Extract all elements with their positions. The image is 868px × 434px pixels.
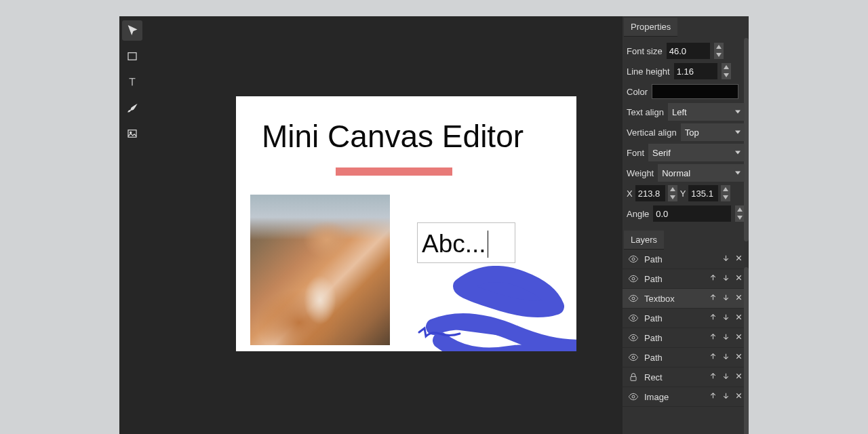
font-label: Font xyxy=(627,148,644,158)
svg-point-5 xyxy=(632,297,635,300)
font-size-label: Font size xyxy=(627,46,663,56)
layer-row[interactable]: Path xyxy=(623,348,749,368)
layer-row[interactable]: Path xyxy=(623,269,749,289)
angle-label: Angle xyxy=(627,209,649,219)
delete-icon[interactable] xyxy=(734,352,743,363)
move-down-icon[interactable] xyxy=(722,391,730,402)
font-size-input[interactable] xyxy=(667,43,710,59)
layers-scrollbar[interactable] xyxy=(744,267,749,434)
line-height-input[interactable] xyxy=(674,63,717,79)
line-height-label: Line height xyxy=(627,66,670,77)
properties-scrollbar[interactable] xyxy=(744,38,749,241)
layer-name: Image xyxy=(644,392,703,402)
text-tool[interactable] xyxy=(122,72,142,92)
brush-tool[interactable] xyxy=(122,98,142,118)
delete-icon[interactable] xyxy=(734,313,743,323)
move-down-icon[interactable] xyxy=(722,332,730,343)
layer-name: Path xyxy=(644,274,703,284)
layer-row[interactable]: Path xyxy=(623,250,749,269)
properties-tab[interactable]: Properties xyxy=(624,18,677,37)
layers-panel: PathPathTextboxPathPathPathRectImage xyxy=(623,250,749,407)
svg-point-7 xyxy=(632,336,635,339)
delete-icon[interactable] xyxy=(734,391,743,402)
svg-rect-1 xyxy=(128,130,136,138)
move-up-icon[interactable] xyxy=(709,293,717,304)
move-up-icon[interactable] xyxy=(709,332,717,343)
delete-icon[interactable] xyxy=(734,332,743,343)
lock-icon[interactable] xyxy=(628,372,639,382)
angle-input[interactable] xyxy=(653,205,731,222)
canvas[interactable]: Mini Canvas Editor Abc... xyxy=(236,96,576,351)
layer-row[interactable]: Textbox xyxy=(623,289,749,309)
canvas-brush-path-small[interactable] xyxy=(416,326,463,344)
layer-row[interactable]: Image xyxy=(623,387,749,407)
vertical-align-select[interactable]: Top xyxy=(681,123,745,141)
eye-icon[interactable] xyxy=(628,332,639,343)
move-down-icon[interactable] xyxy=(722,313,730,323)
move-down-icon[interactable] xyxy=(722,293,730,304)
properties-panel: Font size Line height Color Text align L… xyxy=(623,37,749,229)
delete-icon[interactable] xyxy=(734,372,743,382)
layer-name: Path xyxy=(644,313,703,323)
y-spinner[interactable] xyxy=(721,185,730,201)
move-down-icon[interactable] xyxy=(722,372,730,382)
text-caret xyxy=(488,231,489,258)
eye-icon[interactable] xyxy=(628,273,639,284)
x-input[interactable] xyxy=(635,185,665,201)
svg-rect-0 xyxy=(128,53,136,60)
right-panels: Properties Font size Line height Color T… xyxy=(623,16,749,434)
text-align-label: Text align xyxy=(627,107,664,117)
x-spinner[interactable] xyxy=(668,185,677,201)
move-down-icon[interactable] xyxy=(722,254,730,264)
svg-point-3 xyxy=(632,258,635,260)
weight-select[interactable]: Normal xyxy=(658,164,745,182)
move-up-icon[interactable] xyxy=(709,391,717,402)
delete-icon[interactable] xyxy=(734,293,743,304)
stage[interactable]: Mini Canvas Editor Abc... 127% xyxy=(145,16,623,434)
canvas-textbox[interactable]: Abc... xyxy=(417,222,515,263)
font-size-spinner[interactable] xyxy=(714,43,724,59)
editor-app: Mini Canvas Editor Abc... 127% Propertie… xyxy=(119,16,749,434)
color-swatch[interactable] xyxy=(652,84,738,99)
canvas-title-text[interactable]: Mini Canvas Editor xyxy=(262,118,524,155)
y-label: Y xyxy=(680,189,686,199)
layer-name: Path xyxy=(644,353,703,363)
layer-name: Path xyxy=(644,254,716,264)
move-up-icon[interactable] xyxy=(709,273,717,284)
layer-row[interactable]: Path xyxy=(623,309,749,328)
eye-icon[interactable] xyxy=(628,293,639,304)
move-down-icon[interactable] xyxy=(722,352,730,363)
eye-icon[interactable] xyxy=(628,254,639,264)
layer-name: Path xyxy=(644,333,703,343)
layer-row[interactable]: Path xyxy=(623,328,749,348)
layer-row[interactable]: Rect xyxy=(623,368,749,387)
vertical-align-label: Vertical align xyxy=(627,127,677,138)
delete-icon[interactable] xyxy=(734,273,743,284)
angle-spinner[interactable] xyxy=(735,205,745,222)
canvas-image-cat[interactable] xyxy=(250,195,390,345)
canvas-underline-rect[interactable] xyxy=(336,167,452,176)
textbox-content: Abc... xyxy=(422,230,486,258)
y-input[interactable] xyxy=(688,185,718,201)
weight-label: Weight xyxy=(627,168,654,178)
layers-tab[interactable]: Layers xyxy=(624,231,664,250)
move-up-icon[interactable] xyxy=(709,372,717,382)
svg-point-8 xyxy=(632,356,635,359)
image-tool[interactable] xyxy=(122,123,142,144)
font-select[interactable]: Serif xyxy=(648,144,745,161)
move-up-icon[interactable] xyxy=(709,352,717,363)
move-up-icon[interactable] xyxy=(709,313,717,323)
move-down-icon[interactable] xyxy=(722,273,730,284)
svg-point-4 xyxy=(632,277,635,280)
cursor-tool[interactable] xyxy=(122,20,142,41)
text-align-select[interactable]: Left xyxy=(668,103,745,121)
layer-name: Textbox xyxy=(644,294,703,304)
rect-tool[interactable] xyxy=(122,46,142,66)
eye-icon[interactable] xyxy=(628,313,639,323)
svg-point-6 xyxy=(632,317,635,319)
eye-icon[interactable] xyxy=(628,352,639,363)
line-height-spinner[interactable] xyxy=(722,63,731,79)
delete-icon[interactable] xyxy=(734,254,743,264)
svg-rect-9 xyxy=(631,376,636,380)
eye-icon[interactable] xyxy=(628,391,639,402)
